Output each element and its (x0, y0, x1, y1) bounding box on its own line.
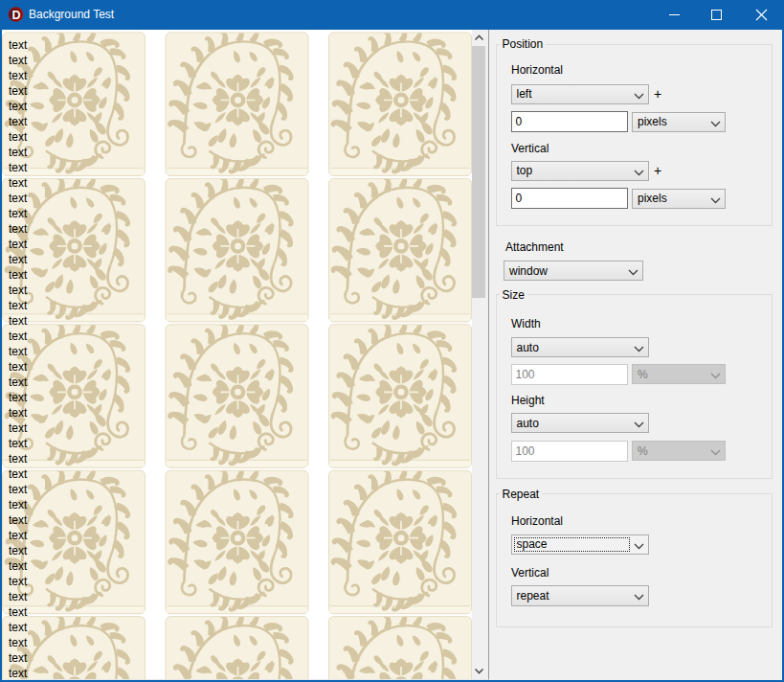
svg-text:D: D (11, 9, 20, 22)
